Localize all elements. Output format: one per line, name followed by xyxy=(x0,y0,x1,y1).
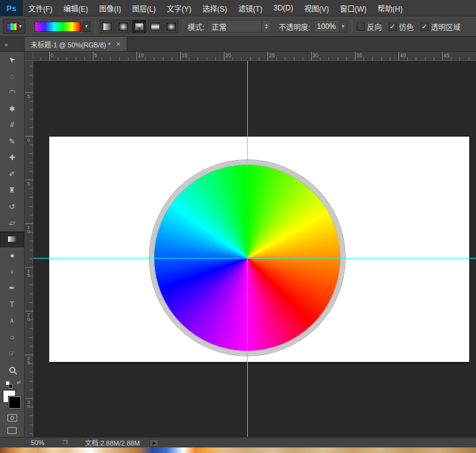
elliptical-marquee-tool[interactable]: ◌ xyxy=(0,68,24,85)
gradient-picker-arrow-button[interactable]: ▾ xyxy=(82,22,90,32)
reverse-checkbox[interactable]: ✓反向 xyxy=(357,22,382,32)
ruler-label: 5 xyxy=(26,94,31,98)
canvas-area[interactable] xyxy=(33,61,476,437)
reflected-gradient-button[interactable] xyxy=(148,20,162,33)
brush-icon: ✐ xyxy=(9,170,15,178)
ruler-label: 10 xyxy=(26,225,31,233)
transparency-checkbox[interactable]: ✓透明区域 xyxy=(421,22,461,32)
ruler-label: 0 xyxy=(50,52,54,58)
reflected-gradient-icon xyxy=(151,23,160,31)
default-colors-widget[interactable]: ⇄ xyxy=(0,379,24,389)
menu-layer[interactable]: 图层(L) xyxy=(127,0,162,16)
vertical-guide[interactable] xyxy=(247,61,248,437)
dither-checkbox[interactable]: ✓仿色 xyxy=(389,22,414,32)
eyedropper-tool[interactable]: ✎ xyxy=(0,134,24,150)
radial-gradient-icon xyxy=(119,23,128,31)
desktop-background-strip xyxy=(0,447,476,453)
ruler-label: 30 xyxy=(312,52,319,58)
diamond-gradient-button[interactable] xyxy=(164,20,178,33)
status-bar: 50% ❐ 文档:2.88M/2.88M ▶ xyxy=(0,437,476,447)
document-tab[interactable]: 未标题-1 @ 50%(RGB/8) * × xyxy=(25,37,127,51)
photoshop-window: Ps 文件(F)编辑(E)图像(I)图层(L)文字(Y)选择(S)滤镜(T)3D… xyxy=(0,0,476,453)
gradient-icon xyxy=(7,236,17,243)
bandage-icon: ✚ xyxy=(9,154,15,161)
history-brush-tool[interactable]: ↺ xyxy=(0,199,24,215)
gradient-tool[interactable] xyxy=(0,231,24,248)
opacity-value: 100% xyxy=(317,22,336,31)
menu-filter[interactable]: 滤镜(T) xyxy=(232,0,268,16)
clone-stamp-tool[interactable]: ♜ xyxy=(0,182,24,199)
options-bar: ▾ ▾ 模式: 正常 ▲▼ 不透明度: 100% ▾ ✓反向✓仿色✓透明区域 xyxy=(0,17,476,37)
background-color-swatch[interactable] xyxy=(9,396,21,409)
opacity-field[interactable]: 100% xyxy=(314,20,339,33)
eraser-tool[interactable]: ▱ xyxy=(0,215,24,231)
magnifier-icon xyxy=(9,367,15,373)
document-canvas[interactable] xyxy=(49,137,469,362)
ellipse-tool[interactable]: ○ xyxy=(0,329,24,346)
menu-select[interactable]: 选择(S) xyxy=(197,0,232,16)
eraser-icon: ▱ xyxy=(9,219,15,226)
quick-mask-icon xyxy=(7,414,17,422)
history-brush-icon: ↺ xyxy=(9,203,15,210)
gradient-preview-button[interactable] xyxy=(34,22,81,32)
menu-view[interactable]: 视图(V) xyxy=(299,0,335,16)
swap-colors-icon[interactable]: ⇄ xyxy=(17,380,21,385)
menu-type[interactable]: 文字(Y) xyxy=(161,0,197,16)
pen-tool[interactable]: ✒ xyxy=(0,280,24,297)
tool-preset-picker[interactable]: ▾ xyxy=(3,19,25,34)
menu-window[interactable]: 窗口(W) xyxy=(335,0,372,16)
blend-mode-value: 正常 xyxy=(208,22,261,32)
menu-edit[interactable]: 编辑(E) xyxy=(58,0,93,16)
checkbox-label: 仿色 xyxy=(399,22,414,32)
type-tool[interactable]: T xyxy=(0,297,24,313)
zoom-tool[interactable] xyxy=(0,362,24,379)
radial-gradient-button[interactable] xyxy=(116,20,130,33)
quick-selection-tool[interactable]: ✱ xyxy=(0,101,24,118)
collapse-panel-button[interactable]: » xyxy=(0,37,24,52)
menu-image[interactable]: 图像(I) xyxy=(93,0,126,16)
blur-tool[interactable]: ● xyxy=(0,247,24,264)
type-icon: T xyxy=(10,301,14,308)
blend-mode-select[interactable]: 正常 ▲▼ xyxy=(207,20,271,33)
quick-mask-button[interactable] xyxy=(0,411,24,424)
crop-tool[interactable]: # xyxy=(0,117,24,134)
menu-3d[interactable]: 3D(D) xyxy=(268,0,299,16)
menu-help[interactable]: 帮助(H) xyxy=(372,0,408,16)
ruler-label: 15 xyxy=(26,268,31,277)
checkbox-label: 反向 xyxy=(367,22,382,32)
path-selection-tool[interactable]: ➢ xyxy=(0,313,24,329)
ruler-label: 25 xyxy=(26,356,31,364)
ruler-label: 20 xyxy=(26,312,31,321)
opacity-label: 不透明度: xyxy=(279,22,310,32)
linear-gradient-button[interactable] xyxy=(100,20,114,33)
angle-gradient-button[interactable] xyxy=(132,20,146,33)
ruler-label: 35 xyxy=(356,52,362,58)
vertical-ruler[interactable]: 5051015202530 xyxy=(25,61,33,437)
healing-brush-tool[interactable]: ✚ xyxy=(0,150,24,166)
checkbox-icon: ✓ xyxy=(389,23,397,31)
screen-mode-button[interactable] xyxy=(0,424,24,437)
status-expand-button[interactable]: ▶ xyxy=(149,439,159,447)
ruler-label: 30 xyxy=(26,399,31,408)
arrow-down-icon: ▼ xyxy=(264,26,268,30)
hand-icon: ☞ xyxy=(9,350,15,357)
horizontal-guide[interactable] xyxy=(33,258,476,259)
separator xyxy=(95,19,95,34)
tab-title: 未标题-1 @ 50%(RGB/8) * xyxy=(31,39,111,49)
menu-file[interactable]: 文件(F) xyxy=(23,0,58,16)
ruler-label: 0 xyxy=(26,137,31,142)
dodge-tool[interactable]: ♀ xyxy=(0,264,24,281)
horizontal-ruler[interactable]: 051015202530354045 xyxy=(33,52,476,61)
zoom-level-field[interactable]: 50% xyxy=(31,439,44,446)
ruler-label: 25 xyxy=(269,52,275,58)
opacity-dropdown-button[interactable]: ▾ xyxy=(339,20,347,33)
lasso-icon: ◠ xyxy=(9,89,15,96)
move-arrow-icon: ➤ xyxy=(7,55,17,65)
lasso-tool[interactable]: ◠ xyxy=(0,84,24,101)
chevron-down-icon: ▾ xyxy=(342,24,344,29)
option-checkboxes: ✓反向✓仿色✓透明区域 xyxy=(357,22,461,32)
close-icon[interactable]: × xyxy=(116,41,121,48)
move-tool[interactable]: ➤ xyxy=(0,52,24,68)
hand-tool[interactable]: ☞ xyxy=(0,345,24,362)
brush-tool[interactable]: ✐ xyxy=(0,166,24,183)
